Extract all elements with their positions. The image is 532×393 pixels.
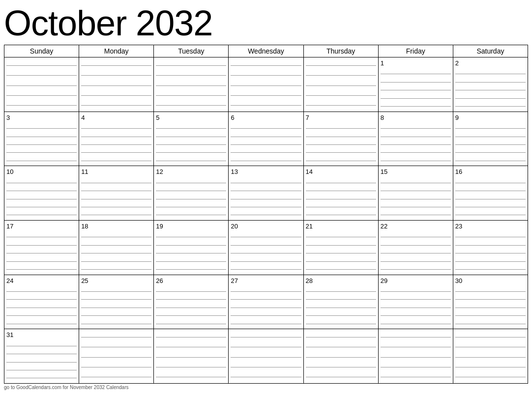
- write-line: [6, 128, 77, 129]
- write-lines: [6, 232, 77, 274]
- day-header-thursday: Thursday: [304, 45, 379, 57]
- write-line: [81, 65, 151, 66]
- write-line: [6, 137, 77, 137]
- write-lines: [381, 232, 451, 274]
- day-cell: 16: [453, 166, 528, 220]
- write-line: [156, 199, 226, 199]
- day-number: 15: [381, 168, 451, 176]
- write-line: [455, 261, 526, 262]
- write-line: [381, 299, 451, 300]
- write-lines: [455, 123, 526, 165]
- write-line: [6, 65, 77, 66]
- write-lines: [6, 59, 77, 111]
- day-cell: 17: [4, 221, 79, 275]
- write-line: [231, 207, 301, 207]
- write-line: [231, 291, 301, 292]
- day-cell: [453, 329, 528, 383]
- day-cell: 9: [453, 112, 528, 166]
- write-line: [231, 377, 301, 377]
- day-header-tuesday: Tuesday: [154, 45, 229, 57]
- write-line: [81, 324, 151, 324]
- write-line: [6, 354, 77, 354]
- write-line: [6, 378, 77, 378]
- write-line: [306, 85, 376, 86]
- write-line: [156, 245, 226, 246]
- write-line: [306, 308, 376, 308]
- write-line: [455, 207, 526, 207]
- week-row-3: 10111213141516: [4, 166, 528, 221]
- write-line: [381, 137, 451, 137]
- write-line: [306, 299, 376, 300]
- write-lines: [455, 331, 526, 382]
- write-line: [231, 308, 301, 308]
- write-lines: [156, 232, 226, 274]
- day-cell: 20: [229, 221, 303, 275]
- write-line: [81, 144, 151, 145]
- write-line: [6, 215, 77, 215]
- page-title: October 2032: [4, 4, 528, 43]
- write-line: [156, 299, 226, 300]
- write-line: [455, 161, 526, 161]
- write-line: [156, 161, 226, 161]
- day-number: 16: [455, 168, 526, 176]
- write-line: [455, 98, 526, 99]
- week-row-5: 24252627282930: [4, 275, 528, 330]
- write-line: [81, 161, 151, 161]
- write-line: [306, 347, 376, 347]
- day-cell: 4: [79, 112, 154, 166]
- day-cell: 18: [79, 221, 154, 275]
- write-lines: [231, 232, 301, 274]
- write-line: [231, 299, 301, 300]
- write-line: [306, 367, 376, 367]
- write-line: [455, 337, 526, 337]
- write-line: [231, 215, 301, 215]
- write-line: [381, 207, 451, 207]
- write-line: [231, 324, 301, 324]
- day-cell: 29: [379, 275, 453, 329]
- day-cell: 6: [229, 112, 303, 166]
- day-cell: 27: [229, 275, 303, 329]
- write-line: [156, 337, 226, 337]
- write-line: [6, 191, 77, 191]
- write-line: [156, 75, 226, 76]
- write-line: [231, 237, 301, 237]
- write-line: [381, 183, 451, 183]
- write-line: [81, 315, 151, 316]
- write-line: [81, 207, 151, 207]
- write-lines: [81, 59, 151, 111]
- write-line: [306, 137, 376, 137]
- write-line: [306, 128, 376, 129]
- write-line: [156, 237, 226, 237]
- write-line: [231, 128, 301, 129]
- write-line: [81, 237, 151, 237]
- day-number: 11: [81, 168, 151, 176]
- day-cell: 31: [4, 329, 79, 383]
- write-line: [156, 357, 226, 358]
- write-line: [231, 357, 301, 358]
- day-number: 4: [81, 114, 151, 122]
- write-line: [231, 337, 301, 337]
- write-line: [231, 199, 301, 199]
- write-line: [6, 324, 77, 324]
- write-lines: [231, 59, 301, 111]
- day-cell: 15: [379, 166, 453, 220]
- write-line: [455, 106, 526, 107]
- write-line: [306, 324, 376, 324]
- week-row-1: 12: [4, 57, 528, 112]
- day-cell: 2: [453, 57, 528, 112]
- write-line: [306, 291, 376, 292]
- day-number: 23: [455, 223, 526, 230]
- write-line: [381, 106, 451, 107]
- write-line: [231, 144, 301, 145]
- write-line: [156, 105, 226, 106]
- write-line: [81, 269, 151, 270]
- day-cell: 10: [4, 166, 79, 220]
- write-line: [455, 152, 526, 153]
- write-lines: [81, 331, 151, 382]
- write-line: [81, 347, 151, 347]
- write-line: [156, 85, 226, 86]
- day-cell: 25: [79, 275, 154, 329]
- day-cell: 3: [4, 112, 79, 166]
- write-lines: [81, 286, 151, 328]
- day-cell: [304, 57, 379, 112]
